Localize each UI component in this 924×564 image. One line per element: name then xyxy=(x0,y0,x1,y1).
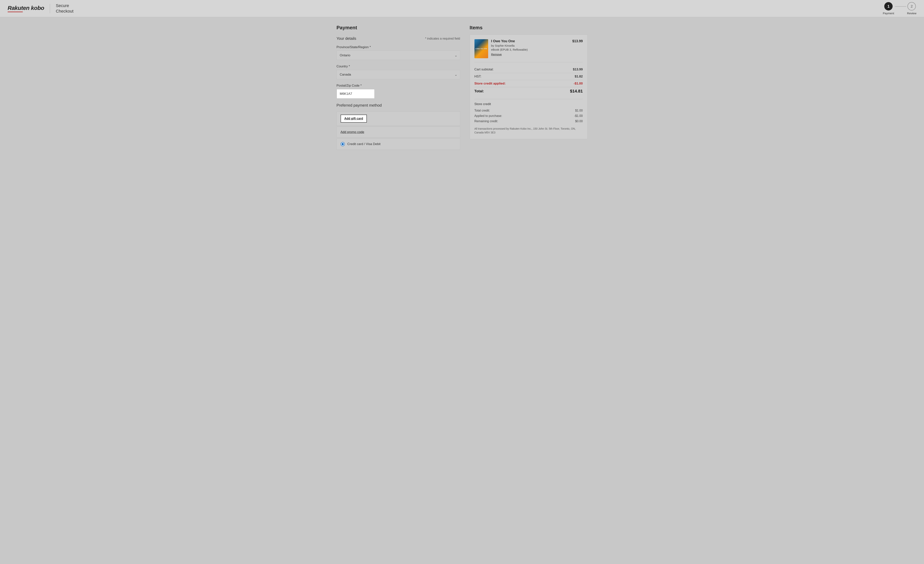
total-credit-label: Total credit: xyxy=(474,109,490,112)
hst-row: HST: $1.82 xyxy=(474,73,583,80)
hst-value: $1.82 xyxy=(574,75,583,78)
store-credit-applied-row: Store credit applied: -$1.00 xyxy=(474,80,583,87)
preferred-payment-section: Preferred payment method Add gift card A… xyxy=(337,103,460,150)
your-details-label: Your details xyxy=(337,36,356,41)
remaining-row: Remaining credit: $0.00 xyxy=(474,119,583,124)
country-select-wrapper: Canada United States United Kingdom ⌄ xyxy=(337,70,460,79)
book-cover-image: I Owe You One xyxy=(474,39,488,58)
totals-section: Cart subtotal: $13.99 HST: $1.82 Store c… xyxy=(474,66,583,95)
add-promo-button[interactable]: Add promo code xyxy=(340,130,364,134)
remove-item-button[interactable]: Remove xyxy=(491,53,502,56)
step-2-review: 2 Review xyxy=(907,2,916,15)
total-label: Total: xyxy=(474,89,484,93)
hst-label: HST: xyxy=(474,75,482,78)
step-connector xyxy=(895,6,906,7)
credit-card-radio[interactable] xyxy=(340,142,345,146)
step-2-label: Review xyxy=(907,12,916,15)
remaining-label: Remaining credit: xyxy=(474,120,498,123)
gift-card-box: Add gift card xyxy=(337,111,460,126)
step-1-circle: 1 xyxy=(884,2,892,11)
country-field-group: Country * Canada United States United Ki… xyxy=(337,65,460,79)
gift-card-inner: Add gift card xyxy=(337,111,460,126)
postal-field-group: Postal/Zip Code * xyxy=(337,84,460,99)
applied-label: Applied to purchase: xyxy=(474,114,502,117)
total-row: Total: $14.81 xyxy=(474,87,583,95)
store-credit-applied-value: -$1.00 xyxy=(573,82,583,86)
book-info: I Owe You One by Sophie Kinsella eBook (… xyxy=(491,39,569,56)
required-note: * indicates a required field xyxy=(425,37,460,41)
preferred-payment-title: Preferred payment method xyxy=(337,103,460,108)
promo-code-box: Add promo code xyxy=(337,126,460,138)
province-label: Province/State/Region * xyxy=(337,45,460,49)
book-price: $13.99 xyxy=(572,39,583,43)
checkout-stepper: 1 Payment 2 Review xyxy=(883,2,916,15)
applied-row: Applied to purchase: -$1.00 xyxy=(474,113,583,119)
step-2-circle: 2 xyxy=(908,2,916,11)
book-item-row: I Owe You One I Owe You One by Sophie Ki… xyxy=(474,39,583,62)
main-content: Payment Your details * indicates a requi… xyxy=(329,17,595,162)
total-credit-value: $1.00 xyxy=(575,109,583,112)
secure-checkout-label: Secure Checkout xyxy=(56,3,74,14)
step-1-payment: 1 Payment xyxy=(883,2,894,15)
store-credit-section: Store credit Total credit: $1.00 Applied… xyxy=(474,99,583,124)
credit-card-option[interactable]: Credit card / Visa Debit xyxy=(337,138,460,150)
postal-input[interactable] xyxy=(337,89,375,99)
transaction-note: All transactions processed by Rakuten Ko… xyxy=(474,127,583,134)
order-summary-panel: Items I Owe You One I Owe You One by Sop… xyxy=(470,25,588,150)
items-title: Items xyxy=(470,25,588,31)
postal-label: Postal/Zip Code * xyxy=(337,84,460,87)
applied-value: -$1.00 xyxy=(574,114,583,117)
total-value: $14.81 xyxy=(570,89,583,94)
book-format: eBook (EPUB 3, Reflowable) xyxy=(491,48,569,51)
cart-subtotal-value: $13.99 xyxy=(573,68,583,71)
remaining-value: $0.00 xyxy=(575,120,583,123)
country-select[interactable]: Canada United States United Kingdom xyxy=(337,70,460,79)
province-select[interactable]: Ontario British Columbia Alberta Quebec xyxy=(337,51,460,60)
store-credit-applied-label: Store credit applied: xyxy=(474,82,506,86)
store-credit-section-title: Store credit xyxy=(474,102,583,106)
country-label: Country * xyxy=(337,65,460,68)
your-details-row: Your details * indicates a required fiel… xyxy=(337,36,460,41)
book-title: I Owe You One xyxy=(491,39,569,43)
credit-card-label: Credit card / Visa Debit xyxy=(347,142,381,146)
province-select-wrapper: Ontario British Columbia Alberta Quebec … xyxy=(337,51,460,60)
order-box: I Owe You One I Owe You One by Sophie Ki… xyxy=(470,35,588,139)
cart-subtotal-row: Cart subtotal: $13.99 xyxy=(474,66,583,73)
payment-form-panel: Payment Your details * indicates a requi… xyxy=(337,25,460,150)
rakuten-kobo-logo[interactable]: Rakuten kobo xyxy=(8,5,44,12)
book-cover-text: I Owe You One xyxy=(474,47,488,51)
payment-title: Payment xyxy=(337,25,460,31)
header: Rakuten kobo Secure Checkout 1 Payment 2… xyxy=(0,0,924,17)
total-credit-row: Total credit: $1.00 xyxy=(474,108,583,113)
add-gift-card-button[interactable]: Add gift card xyxy=(340,114,367,123)
cart-subtotal-label: Cart subtotal: xyxy=(474,68,494,71)
logo-area: Rakuten kobo xyxy=(8,5,44,12)
radio-inner-dot xyxy=(342,143,344,145)
book-author: by Sophie Kinsella xyxy=(491,44,569,47)
province-field-group: Province/State/Region * Ontario British … xyxy=(337,45,460,60)
step-1-label: Payment xyxy=(883,12,894,15)
